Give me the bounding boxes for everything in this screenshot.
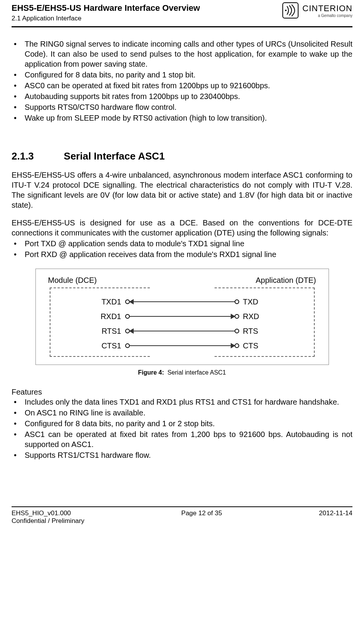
nfc-icon xyxy=(282,2,299,18)
footer-confidential: Confidential / Preliminary xyxy=(12,517,84,525)
features-heading: Features xyxy=(12,387,352,397)
wire xyxy=(130,345,235,346)
list-item: Wake up from SLEEP mode by RTS0 activati… xyxy=(12,113,352,123)
connection-signal-list: Port TXD @ application sends data to mod… xyxy=(12,239,352,259)
wire xyxy=(130,301,235,302)
figure-caption-text: Serial interface ASC1 xyxy=(168,369,226,376)
wire xyxy=(130,331,235,331)
list-item: ASC1 can be operated at fixed bit rates … xyxy=(12,429,352,449)
brand-tagline: a Gemalto company xyxy=(302,13,352,18)
diagram-left-title: Module (DCE) xyxy=(48,275,97,285)
signal-label-left: RTS1 xyxy=(48,326,125,336)
asc1-feature-list: Includes only the data lines TXD1 and RX… xyxy=(12,397,352,460)
signal-label-right: RXD xyxy=(239,311,316,321)
list-item: Port TXD @ application sends data to mod… xyxy=(12,239,352,249)
port-icon xyxy=(125,314,130,319)
footer-doc-id: EHS5_HIO_v01.000 xyxy=(12,509,84,517)
figure-caption-label: Figure 4: xyxy=(138,369,164,376)
signal-label-left: CTS1 xyxy=(48,341,125,351)
diagram-right-title: Application (DTE) xyxy=(256,275,316,285)
list-item: Port RXD @ application receives data fro… xyxy=(12,249,352,259)
asc1-diagram: Module (DCE) Application (DTE) TXD1 TXD xyxy=(35,269,329,365)
signal-label-right: TXD xyxy=(239,297,316,307)
asc0-feature-list: The RING0 signal serves to indicate inco… xyxy=(12,39,352,123)
brand-logo: CINTERION a Gemalto company xyxy=(282,2,352,18)
list-item: Configured for 8 data bits, no parity an… xyxy=(12,70,352,80)
figure-caption: Figure 4: Serial interface ASC1 xyxy=(12,369,352,377)
section-number: 2.1.3 xyxy=(12,150,62,163)
port-icon xyxy=(235,299,239,304)
list-item: Includes only the data lines TXD1 and RX… xyxy=(12,397,352,407)
list-item: Supports RTS1/CTS1 hardware flow. xyxy=(12,450,352,460)
footer-page-number: Page 12 of 35 xyxy=(84,509,319,517)
svg-point-1 xyxy=(285,10,287,11)
brand-name: CINTERION xyxy=(302,3,352,13)
section-title: Serial Interface ASC1 xyxy=(64,150,165,162)
signal-label-left: TXD1 xyxy=(48,297,125,307)
port-icon xyxy=(235,329,239,333)
port-icon xyxy=(125,343,130,348)
section-paragraph: EHS5-E/EHS5-US is designed for use as a … xyxy=(12,218,352,238)
list-item: The RING0 signal serves to indicate inco… xyxy=(12,39,352,69)
footer-date: 2012-11-14 xyxy=(319,509,352,517)
list-item: Configured for 8 data bits, no parity an… xyxy=(12,419,352,429)
signal-label-right: CTS xyxy=(239,341,316,351)
section-paragraph: EHS5-E/EHS5-US offers a 4-wire unbalance… xyxy=(12,170,352,210)
signal-label-right: RTS xyxy=(239,326,316,336)
wire xyxy=(130,316,235,317)
list-item: ASC0 can be operated at fixed bit rates … xyxy=(12,81,352,91)
list-item: Supports RTS0/CTS0 hardware flow control… xyxy=(12,102,352,112)
header-rule xyxy=(12,26,352,27)
list-item: Autobauding supports bit rates from 1200… xyxy=(12,91,352,101)
list-item: On ASC1 no RING line is available. xyxy=(12,408,352,418)
signal-label-left: RXD1 xyxy=(48,311,125,321)
